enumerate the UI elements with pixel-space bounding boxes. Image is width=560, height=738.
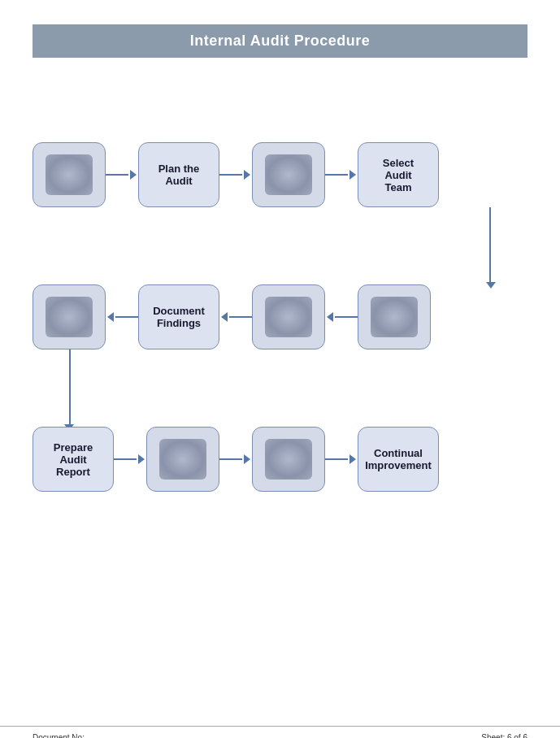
sheet-info: Sheet: 6 of 6	[450, 731, 527, 738]
vert-connector-2	[69, 349, 71, 427]
node-img-3	[358, 284, 431, 349]
arrow-3-1	[114, 451, 146, 467]
node-img-7	[252, 427, 325, 492]
arrow-2-3	[219, 167, 252, 183]
node-img-6	[146, 427, 219, 492]
footer-left: Document No: Revision No:	[33, 731, 85, 738]
node-img-1	[33, 142, 106, 207]
node-doc-findings: DocumentFindings	[138, 284, 219, 349]
arrow-df-img4	[219, 309, 252, 325]
arrow-3-4	[325, 167, 358, 183]
page: Internal Audit Procedure Plan theAudit S…	[0, 24, 560, 738]
node-select-team: SelectAuditTeam	[358, 142, 439, 207]
arrow-3-3	[325, 451, 358, 467]
arrow-3-2	[219, 451, 252, 467]
page-title: Internal Audit Procedure	[190, 33, 370, 49]
header: Internal Audit Procedure	[33, 24, 527, 58]
flowchart: Plan theAudit SelectAuditTeam DocumentFi…	[33, 98, 527, 714]
node-img-5	[33, 284, 106, 349]
arrow-1-2	[106, 167, 138, 183]
row-3: PrepareAuditReport ContinualImprovement	[33, 427, 527, 492]
arrow-img4-img3	[325, 309, 358, 325]
node-img-2	[252, 142, 325, 207]
row-1: Plan theAudit SelectAuditTeam	[33, 142, 527, 207]
node-prepare-report: PrepareAuditReport	[33, 427, 114, 492]
node-img-4	[252, 284, 325, 349]
footer-right: Sheet: 6 of 6 Issue Date: xx-xxx-xx	[450, 731, 527, 738]
vert-connector-1	[489, 207, 491, 284]
node-plan-audit: Plan theAudit	[138, 142, 219, 207]
row-2: DocumentFindings	[33, 284, 527, 349]
document-no: Document No:	[33, 731, 85, 738]
node-continual-improvement: ContinualImprovement	[358, 427, 439, 492]
arrow-2-df	[106, 309, 138, 325]
footer: Document No: Revision No: Sheet: 6 of 6 …	[0, 726, 560, 738]
